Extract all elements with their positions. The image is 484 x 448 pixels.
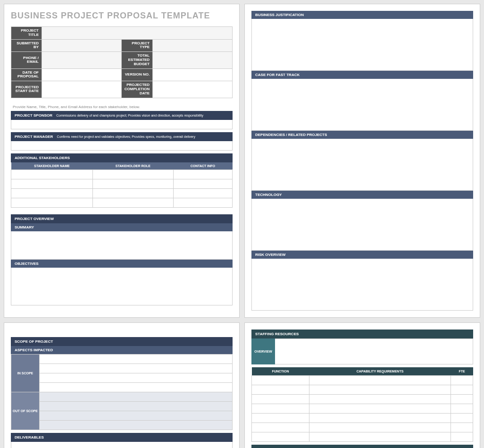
page-4: STAFFING RESOURCES OVERVIEW FUNCTION CAP… [244,322,480,448]
label-completion-date: PROJECTED COMPLETION DATE [121,81,152,98]
scope-cell[interactable] [40,383,233,392]
table-row[interactable] [252,376,473,385]
fasttrack-label: CASE FOR FAST TRACK [251,71,473,79]
label-total-budget: TOTAL ESTIMATED BUDGET [121,52,152,68]
out-scope-label: OUT OF SCOPE [11,392,40,430]
scope-table: IN SCOPE OUT OF SCOPE [11,354,233,430]
input-version[interactable] [153,68,233,81]
objectives-input[interactable] [11,268,233,305]
scope-cell[interactable] [40,421,233,430]
stakeholders-title: ADDITIONAL STAKEHOLDERS [11,153,233,162]
scope-cell[interactable] [40,355,233,364]
justification-input[interactable] [251,19,473,71]
objectives-label: OBJECTIVES [11,260,233,268]
manager-label: PROJECT MANAGER [15,135,53,139]
input-project-type[interactable] [153,39,233,52]
overview-title: PROJECT OVERVIEW [11,214,233,223]
manager-input[interactable] [11,141,233,151]
label-project-title: PROJECT TITLE [11,27,42,40]
input-submitted-by[interactable] [42,39,122,52]
table-row[interactable] [252,423,473,432]
table-row[interactable] [11,179,233,188]
scope-cell[interactable] [40,364,233,373]
overview-input[interactable] [275,338,473,364]
input-total-budget[interactable] [153,52,233,68]
table-row[interactable] [252,414,473,423]
staffing-table: FUNCTION CAPABILITY REQUIREMENTS FTE [251,367,473,442]
budget-title: PROJECT BUDGET / COST OVERVIEW [251,445,473,448]
scope-cell[interactable] [40,373,233,383]
label-submitted-by: SUBMITTED BY [11,39,42,52]
page-2: BUSINESS JUSTIFICATION CASE FOR FAST TRA… [244,4,480,318]
stakeholder-note: Provide Name, Title, Phone, and Email Ad… [13,105,233,109]
in-scope-label: IN SCOPE [11,355,40,392]
risk-label: RISK OVERVIEW [251,251,473,259]
page-title: BUSINESS PROJECT PROPOSAL TEMPLATE [11,11,233,21]
label-phone-email: PHONE / EMAIL [11,52,42,68]
label-version: VERSION NO. [121,68,152,81]
aspects-label: ASPECTS IMPACTED [11,346,233,354]
col-function: FUNCTION [252,367,309,376]
page-3: SCOPE OF PROJECT ASPECTS IMPACTED IN SCO… [4,322,240,448]
staffing-overview-row: OVERVIEW [251,338,473,364]
col-capability: CAPABILITY REQUIREMENTS [309,367,451,376]
input-project-title[interactable] [42,27,233,40]
meta-table: PROJECT TITLE SUBMITTED BY PROJECT TYPE … [11,26,233,98]
page-1: BUSINESS PROJECT PROPOSAL TEMPLATE PROJE… [4,4,240,318]
staffing-title: STAFFING RESOURCES [251,330,473,338]
scope-cell[interactable] [40,411,233,421]
input-start-date[interactable] [42,81,122,98]
scope-title: SCOPE OF PROJECT [11,337,233,346]
label-start-date: PROJECTED START DATE [11,81,42,98]
label-project-type: PROJECT TYPE [121,39,152,52]
col-contact-info: CONTACT INFO [173,162,232,170]
col-stakeholder-role: STAKEHOLDER ROLE [93,162,174,170]
scope-cell[interactable] [40,392,233,402]
manager-bar: PROJECT MANAGER Confirms need for projec… [11,132,233,141]
sponsor-input[interactable] [11,120,233,129]
input-date-proposal[interactable] [42,68,122,81]
template-grid: BUSINESS PROJECT PROPOSAL TEMPLATE PROJE… [4,4,480,448]
scope-cell[interactable] [40,402,233,411]
deliverables-input[interactable] [11,442,233,448]
dependencies-input[interactable] [251,139,473,191]
summary-label: SUMMARY [11,223,233,231]
table-row[interactable] [252,432,473,442]
sponsor-label: PROJECT SPONSOR [15,113,52,118]
stakeholders-table: STAKEHOLDER NAME STAKEHOLDER ROLE CONTAC… [11,162,233,208]
col-fte: FTE [451,367,473,376]
table-row[interactable] [252,385,473,395]
input-completion-date[interactable] [153,81,233,98]
risk-input[interactable] [251,259,473,311]
table-row[interactable] [252,404,473,414]
fasttrack-input[interactable] [251,79,473,131]
deliverables-label: DELIVERABLES [11,433,233,442]
justification-label: BUSINESS JUSTIFICATION [251,11,473,19]
table-row[interactable] [11,169,233,179]
technology-label: TECHNOLOGY [251,191,473,199]
summary-input[interactable] [11,231,233,260]
input-phone-email[interactable] [42,52,122,68]
sponsor-bar: PROJECT SPONSOR Commissions delivery of … [11,111,233,120]
dependencies-label: DEPENDENCIES / RELATED PROJECTS [251,131,473,139]
overview-label: OVERVIEW [251,338,275,364]
technology-input[interactable] [251,199,473,251]
table-row[interactable] [11,188,233,198]
col-stakeholder-name: STAKEHOLDER NAME [11,162,93,170]
manager-desc: Confirms need for project and validates … [57,135,195,138]
table-row[interactable] [11,198,233,207]
table-row[interactable] [252,395,473,404]
label-date-proposal: DATE OF PROPOSAL [11,68,42,81]
sponsor-desc: Commissions delivery of and champions pr… [56,114,203,117]
